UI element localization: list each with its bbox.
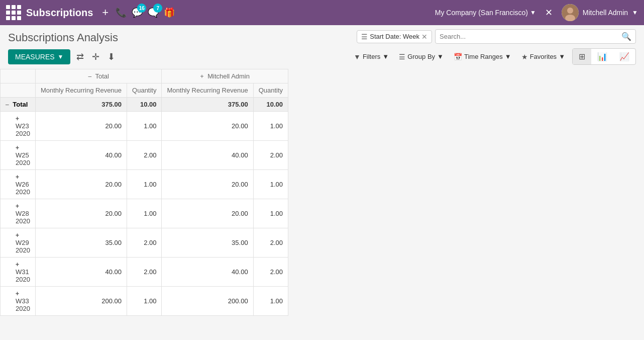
search-box: 🔍 — [435, 29, 636, 44]
table-row: + W33 2020 200.00 1.00 200.00 1.00 — [1, 287, 288, 316]
filter-tag-label: Start Date: Week — [370, 33, 419, 40]
avatar — [562, 4, 579, 21]
app-grid-icon[interactable] — [6, 5, 21, 20]
week-label: W28 2020 — [16, 210, 30, 225]
toolbar: MEASURES ▼ ⇄ ✛ ⬇ ▼ Filters ▼ ☰ Group By … — [0, 44, 644, 69]
mitchell-column-group: + Mitchell Admin — [162, 69, 288, 83]
search-input[interactable] — [440, 33, 621, 40]
total-qty: 10.00 — [127, 98, 162, 112]
username: Mitchell Admin — [583, 9, 628, 17]
total-qty-mitchell: 10.00 — [253, 98, 288, 112]
search-icon[interactable]: 🔍 — [621, 32, 631, 41]
expand-w31-icon[interactable]: + — [16, 261, 19, 268]
phone-icon[interactable]: 📞 — [116, 7, 127, 18]
active-filter-tag[interactable]: ☰ Start Date: Week ✕ — [357, 30, 432, 43]
total-mrr-mitchell: 375.00 — [162, 98, 253, 112]
time-ranges-arrow: ▼ — [505, 53, 511, 60]
table-row: + W25 2020 40.00 2.00 40.00 2.00 — [1, 141, 288, 170]
star-icon: ★ — [521, 53, 528, 61]
mrr-total-header: Monthly Recurring Revenue — [35, 83, 127, 98]
week-label: W33 2020 — [16, 297, 30, 312]
expand-w25-icon[interactable]: + — [16, 144, 19, 151]
time-ranges-button[interactable]: 📅 Time Ranges ▼ — [451, 51, 514, 63]
sub-navigation: Subscriptions Analysis ☰ Start Date: Wee… — [0, 25, 644, 44]
chat-count: 16 — [137, 4, 146, 13]
mrr-mitchell-header: Monthly Recurring Revenue — [162, 83, 253, 98]
app-title: Subscriptions — [26, 7, 93, 19]
total-mrr: 375.00 — [35, 98, 127, 112]
company-name: My Company (San Francisco) — [435, 9, 528, 17]
expand-w26-icon[interactable]: + — [16, 174, 19, 181]
chat-badge[interactable]: 💬 16 — [132, 7, 143, 18]
table-row: + W31 2020 40.00 2.00 40.00 2.00 — [1, 258, 288, 287]
expand-mitchell-icon[interactable]: + — [200, 73, 204, 80]
favorites-button[interactable]: ★ Favorites ▼ — [518, 51, 568, 63]
measures-label: MEASURES — [15, 53, 55, 61]
group-by-icon: ☰ — [399, 53, 405, 61]
main-content: – Total + Mitchell Admin Monthly Recurri… — [0, 69, 644, 316]
user-dropdown-arrow: ▼ — [632, 9, 638, 16]
total-row: – Total 375.00 10.00 375.00 10.00 — [1, 98, 288, 112]
group-by-label: Group By — [407, 53, 435, 60]
table-row: + W28 2020 20.00 1.00 20.00 1.00 — [1, 199, 288, 228]
filter-controls: ▼ Filters ▼ ☰ Group By ▼ 📅 Time Ranges ▼… — [351, 51, 568, 63]
measure-header-row: Monthly Recurring Revenue Quantity Month… — [1, 83, 288, 98]
week-label: W23 2020 — [16, 122, 30, 137]
filter-funnel-icon: ▼ — [354, 53, 361, 61]
favorites-arrow: ▼ — [559, 53, 565, 60]
column-group-header-row: – Total + Mitchell Admin — [1, 69, 288, 83]
time-ranges-label: Time Ranges — [464, 53, 503, 60]
w23-qty: 1.00 — [127, 112, 162, 141]
total-column-group: – Total — [35, 69, 162, 83]
collapse-total-icon[interactable]: – — [88, 73, 91, 80]
pivot-flip-icon[interactable]: ✛ — [90, 49, 101, 64]
page-title: Subscriptions Analysis — [8, 29, 322, 44]
total-row-label: Total — [13, 101, 28, 108]
filter-list-icon: ☰ — [361, 33, 368, 41]
expand-w33-icon[interactable]: + — [16, 290, 19, 297]
line-chart-button[interactable]: 📈 — [613, 49, 635, 64]
w23-mrr: 20.00 — [35, 112, 127, 141]
download-icon[interactable]: ⬇ — [105, 49, 117, 64]
table-row: + W23 2020 20.00 1.00 20.00 1.00 — [1, 112, 288, 141]
filter-bar: ☰ Start Date: Week ✕ 🔍 — [322, 29, 636, 44]
week-label: W26 2020 — [16, 181, 30, 196]
close-icon[interactable]: ✕ — [545, 7, 553, 18]
expand-w23-icon[interactable]: + — [16, 115, 19, 122]
user-menu[interactable]: Mitchell Admin ▼ — [562, 4, 638, 21]
measures-button[interactable]: MEASURES ▼ — [8, 49, 70, 64]
calendar-icon: 📅 — [454, 53, 462, 61]
measures-arrow-icon: ▼ — [58, 53, 64, 60]
filters-arrow: ▼ — [382, 53, 389, 60]
filter-remove-button[interactable]: ✕ — [421, 33, 427, 41]
top-navigation: Subscriptions + 📞 💬 16 🗨️ 7 🎁 My Company… — [0, 0, 644, 25]
group-by-arrow: ▼ — [437, 53, 444, 60]
filters-button[interactable]: ▼ Filters ▼ — [351, 51, 392, 63]
gift-icon[interactable]: 🎁 — [164, 7, 175, 18]
view-switcher: ⊞ 📊 📈 — [572, 48, 636, 65]
pivot-table: – Total + Mitchell Admin Monthly Recurri… — [0, 69, 288, 316]
group-by-button[interactable]: ☰ Group By ▼ — [396, 51, 447, 63]
week-label: W25 2020 — [16, 151, 30, 166]
expand-w29-icon[interactable]: + — [16, 232, 19, 239]
company-selector[interactable]: My Company (San Francisco) ▼ — [435, 9, 536, 17]
new-record-button[interactable]: + — [102, 6, 109, 19]
table-row: + W29 2020 35.00 2.00 35.00 2.00 — [1, 228, 288, 258]
pivot-view-button[interactable]: ⊞ — [573, 49, 591, 64]
qty-total-header: Quantity — [127, 83, 162, 98]
week-label: W31 2020 — [16, 268, 30, 283]
collapse-total-row-icon[interactable]: – — [6, 101, 9, 108]
compare-icon[interactable]: ⇄ — [74, 49, 86, 64]
company-dropdown-arrow: ▼ — [530, 9, 536, 16]
mitchell-label: Mitchell Admin — [207, 72, 250, 80]
messages-count: 7 — [153, 4, 162, 13]
svg-point-1 — [567, 8, 573, 14]
week-label: W29 2020 — [16, 239, 30, 254]
filters-label: Filters — [363, 53, 380, 60]
favorites-label: Favorites — [530, 53, 557, 60]
messages-badge[interactable]: 🗨️ 7 — [148, 7, 159, 18]
table-row: + W26 2020 20.00 1.00 20.00 1.00 — [1, 170, 288, 199]
expand-w28-icon[interactable]: + — [16, 203, 19, 210]
bar-chart-button[interactable]: 📊 — [591, 49, 613, 64]
total-label: Total — [95, 72, 109, 80]
